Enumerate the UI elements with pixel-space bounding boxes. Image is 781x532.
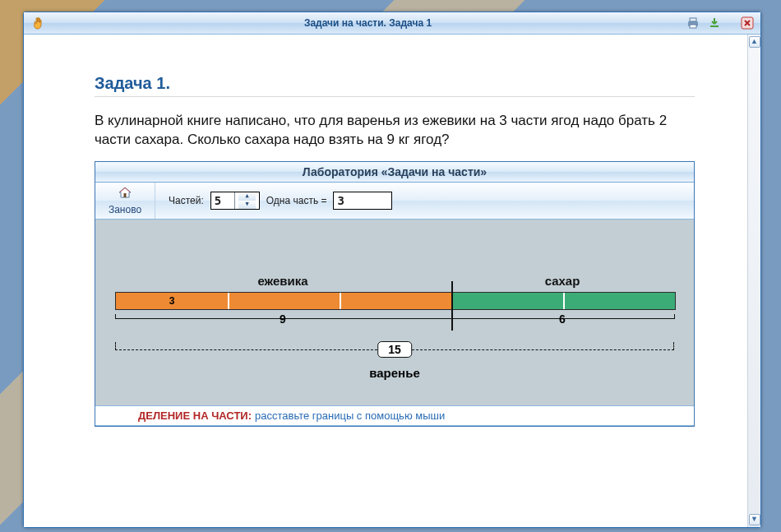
hint-prefix: ДЕЛЕНИЕ НА ЧАСТИ: [138, 409, 252, 422]
left-group-label: ежевика [257, 274, 307, 288]
close-button[interactable] [739, 15, 756, 31]
vertical-scrollbar[interactable]: ▲ ▼ [747, 35, 760, 527]
parts-value: 5 [211, 192, 235, 209]
unit-value: 3 [334, 192, 391, 209]
scroll-up-icon[interactable]: ▲ [749, 36, 760, 48]
download-button[interactable] [706, 15, 723, 31]
lab-toolbar: Заново Частей: 5 ▲▼ Одна часть = 3 [95, 183, 694, 220]
whole-label: варенье [369, 366, 420, 380]
restart-label: Заново [109, 204, 141, 215]
segment-1[interactable]: 3 [116, 293, 228, 309]
parts-label: Частей: [169, 195, 204, 206]
segment-2[interactable] [228, 293, 340, 309]
segment-5[interactable] [563, 293, 675, 309]
segment-3[interactable] [340, 293, 451, 309]
svg-rect-4 [124, 193, 127, 197]
app-window: Задачи на части. Задача 1 Задача 1. В ку… [23, 12, 761, 528]
grand-total-value: 15 [377, 341, 412, 358]
left-total: 9 [280, 312, 286, 326]
parts-spinner[interactable]: ▲▼ [234, 192, 259, 209]
chevron-down-icon[interactable]: ▼ [238, 201, 256, 209]
lab-hint: ДЕЛЕНИЕ НА ЧАСТИ: расставьте границы с п… [95, 405, 694, 426]
right-group-label: сахар [545, 274, 580, 288]
scroll-down-icon[interactable]: ▼ [749, 514, 760, 525]
hint-text: расставьте границы с помощью мыши [255, 409, 445, 422]
svg-rect-1 [690, 18, 696, 21]
svg-rect-2 [690, 25, 696, 28]
parts-bar[interactable]: 3 [115, 292, 676, 310]
params: Частей: 5 ▲▼ Одна часть = 3 [155, 183, 405, 219]
print-button[interactable] [685, 15, 701, 31]
lab-widget: Лаборатория «Задачи на части» Заново Час… [95, 161, 695, 427]
window-title: Задачи на части. Задача 1 [53, 17, 682, 29]
group-totals: 9 6 [115, 310, 674, 331]
lab-stage[interactable]: ежевика сахар 3 [95, 220, 694, 405]
task-heading: Задача 1. [95, 74, 695, 97]
home-icon [118, 186, 132, 201]
grand-total: 15 варенье [115, 336, 674, 381]
restart-button[interactable]: Заново [95, 183, 155, 219]
content-area: Задача 1. В кулинарной книге написано, ч… [24, 35, 760, 527]
right-total: 6 [559, 312, 566, 326]
unit-input[interactable]: 3 [333, 192, 392, 210]
task-text: В кулинарной книге написано, что для вар… [95, 112, 695, 150]
segment-1-value: 3 [116, 293, 228, 309]
lab-title: Лаборатория «Задачи на части» [95, 162, 694, 183]
parts-input[interactable]: 5 ▲▼ [210, 192, 260, 210]
unit-label: Одна часть = [266, 195, 327, 206]
page: Задача 1. В кулинарной книге написано, ч… [24, 35, 747, 527]
hand-icon[interactable] [29, 13, 49, 33]
segment-4[interactable] [451, 293, 563, 309]
titlebar: Задачи на части. Задача 1 [24, 12, 760, 35]
chevron-up-icon[interactable]: ▲ [238, 192, 256, 201]
group-labels: ежевика сахар [115, 274, 674, 292]
